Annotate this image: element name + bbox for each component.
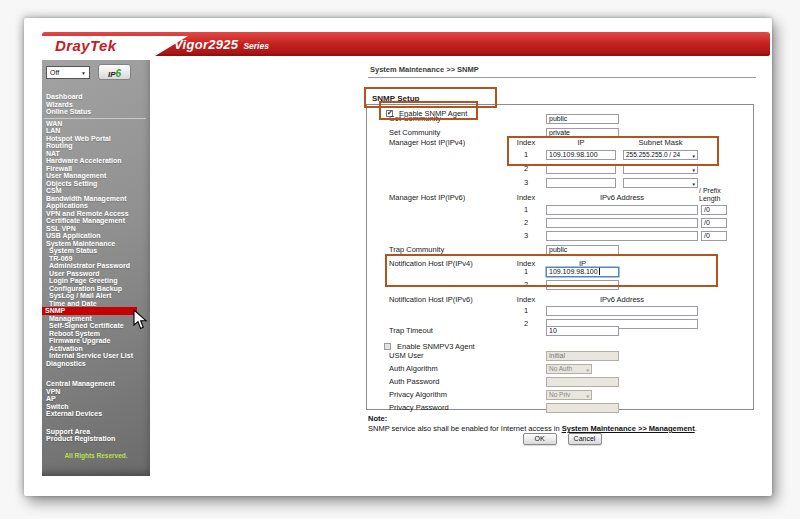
sidebar-central-menu: VPNAPSwitchExternal Devices <box>42 388 150 418</box>
sidebar-item[interactable]: LAN <box>46 127 150 135</box>
cancel-button[interactable]: Cancel <box>568 433 602 445</box>
sidebar-subitem[interactable]: Internal Service User List <box>46 352 150 360</box>
model-name: Vigor2925 <box>174 37 238 52</box>
manager-host-ipv4-label: Manager Host IP(IPv4) <box>389 138 465 148</box>
auth-algorithm-label: Auth Algorithm <box>389 364 438 374</box>
sidebar-item[interactable]: Wizards <box>46 101 150 109</box>
manager-ipv6-rows: 1 /0 2 /0 3 <box>367 205 753 244</box>
subnet-mask-select[interactable]: 255.255.255.0 / 24▼ <box>623 150 698 160</box>
row-index: 2 <box>506 218 546 228</box>
prefix-length-input[interactable]: /0 <box>701 218 727 228</box>
sidebar-subitem[interactable]: SysLog / Mail Alert <box>46 292 150 300</box>
sidebar-item[interactable]: Certificate Management <box>46 217 150 225</box>
ipv6-button-ip-text: IP <box>108 70 116 79</box>
sidebar-subitem[interactable]: Activation <box>46 345 150 353</box>
index-column-header: Index <box>506 138 546 148</box>
note-text: SNMP service also shall be enabled for I… <box>368 424 697 433</box>
sidebar-subitem[interactable]: System Status <box>46 247 150 255</box>
trap-timeout-input[interactable]: 10 <box>546 326 619 336</box>
manager-ipv6-input[interactable] <box>546 218 698 228</box>
notification-host-ipv4-table: Notification Host IP(IPv4) Index IP 1 10… <box>367 257 753 295</box>
sidebar-item[interactable]: Support Area <box>46 428 150 436</box>
enable-snmpv3-checkbox[interactable] <box>384 343 391 350</box>
sidebar-item[interactable]: USB Application <box>46 232 150 240</box>
sidebar-subitem[interactable]: TR-069 <box>46 255 150 263</box>
sidebar-item[interactable]: Diagnostics <box>46 360 150 368</box>
page-title: SNMP Setup <box>372 94 419 103</box>
snmp-setup-box: Enable SNMP Agent Get Community public S… <box>366 104 754 410</box>
sidebar-item[interactable]: Routing <box>46 142 150 150</box>
manager-ip-input[interactable]: 109.109.98.100 <box>546 150 616 160</box>
ok-button[interactable]: OK <box>523 433 557 445</box>
sidebar-item[interactable]: CSM <box>46 187 150 195</box>
ipv6-address-column-header: IPv6 Address <box>546 193 698 203</box>
sidebar-item[interactable]: VPN <box>46 388 150 396</box>
notification-ip-input[interactable] <box>546 280 619 290</box>
prefix-length-column-header: / Prefix Length <box>699 187 739 203</box>
ipv6-button[interactable]: IP6 <box>98 64 131 80</box>
prefix-length-input[interactable]: /0 <box>701 231 727 241</box>
sidebar-subitem[interactable]: Reboot System <box>46 330 150 338</box>
sidebar-item[interactable]: Bandwidth Management <box>46 195 150 203</box>
table-row: 1 109.109.98.100 255.255.255.0 / 24▼ <box>367 150 753 164</box>
set-community-input[interactable]: private <box>546 128 619 138</box>
manager-ip-input[interactable] <box>546 164 616 174</box>
prefix-length-input[interactable]: /0 <box>701 205 727 215</box>
sidebar-main-menu: WANLANHotspot Web PortalRoutingNATHardwa… <box>42 120 150 248</box>
sidebar-subitem[interactable]: Time and Date <box>46 300 150 308</box>
sidebar-item[interactable]: Hotspot Web Portal <box>46 135 150 143</box>
subnet-mask-column-header: Subnet Mask <box>623 138 698 148</box>
notification-ip-input[interactable]: 109.109.98.100 <box>546 267 619 277</box>
sidebar-divider <box>44 118 146 119</box>
sidebar-item[interactable]: Hardware Acceleration <box>46 157 150 165</box>
sidebar-subitem[interactable]: Configuration Backup <box>46 285 150 293</box>
table-row: 3 /0 <box>367 231 753 244</box>
trap-community-input[interactable]: public <box>546 245 619 255</box>
sidebar-item[interactable]: System Maintenance <box>46 240 150 248</box>
sidebar-item[interactable]: SSL VPN <box>46 225 150 233</box>
sidebar-item[interactable]: VPN and Remote Access <box>46 210 150 218</box>
sidebar-item[interactable]: WAN <box>46 120 150 128</box>
subnet-mask-select[interactable]: ▼ <box>623 164 698 174</box>
draytek-logo-text: DrayTek <box>42 36 192 56</box>
sidebar-subitem[interactable]: SNMP <box>42 307 137 315</box>
notification-ipv6-input[interactable] <box>546 306 698 316</box>
sidebar-item[interactable]: Dashboard <box>46 93 150 101</box>
manager-ipv6-input[interactable] <box>546 205 698 215</box>
privacy-password-input <box>546 403 619 413</box>
draytek-logo: DrayTek <box>42 36 192 56</box>
note-text-body: SNMP service also shall be enabled for I… <box>368 424 562 433</box>
sidebar-item[interactable]: Product Registration <box>46 435 150 443</box>
enable-snmpv3-label: Enable SNMPV3 Agent <box>397 342 475 351</box>
sidebar-item[interactable]: Firewall <box>46 165 150 173</box>
table-row: 1 <box>367 306 753 319</box>
notification-ipv4-rows: 1 109.109.98.100 2 <box>367 267 753 293</box>
enable-snmpv3-row: Enable SNMPV3 Agent <box>384 341 475 351</box>
sidebar-item[interactable]: External Devices <box>46 410 150 418</box>
sidebar-item[interactable]: NAT <box>46 150 150 158</box>
sidebar-item[interactable]: AP <box>46 395 150 403</box>
sidebar-item[interactable]: Objects Setting <box>46 180 150 188</box>
sidebar-subitem[interactable]: Administrator Password <box>46 262 150 270</box>
table-row: 1 /0 <box>367 205 753 218</box>
get-community-input[interactable]: public <box>546 114 619 124</box>
mouse-cursor-icon <box>133 309 148 330</box>
sidebar-item[interactable]: Switch <box>46 403 150 411</box>
manager-ipv6-input[interactable] <box>546 231 698 241</box>
status-dropdown[interactable]: Off ▼ <box>46 66 90 79</box>
sidebar-central-management-header: Central Management <box>42 380 150 388</box>
management-link[interactable]: System Maintenance >> Management <box>562 424 695 433</box>
sidebar-top-menu: DashboardWizardsOnline Status <box>42 93 150 116</box>
sidebar-nav: Off ▼ IP6 DashboardWizardsOnline Status … <box>42 60 150 476</box>
sidebar-subitem[interactable]: User Password <box>46 270 150 278</box>
prefix-header-line1: / Prefix <box>699 187 739 195</box>
table-row: 1 109.109.98.100 <box>367 267 753 280</box>
sidebar-support-menu: Support AreaProduct Registration <box>42 428 150 443</box>
sidebar-subitem[interactable]: Firmware Upgrade <box>46 337 150 345</box>
sidebar-item[interactable]: Applications <box>46 202 150 210</box>
chevron-down-icon: ▼ <box>692 153 696 160</box>
row-index: 2 <box>506 319 546 329</box>
sidebar-item[interactable]: User Management <box>46 172 150 180</box>
sidebar-subitem[interactable]: Login Page Greeting <box>46 277 150 285</box>
sidebar-item[interactable]: Online Status <box>46 108 150 116</box>
